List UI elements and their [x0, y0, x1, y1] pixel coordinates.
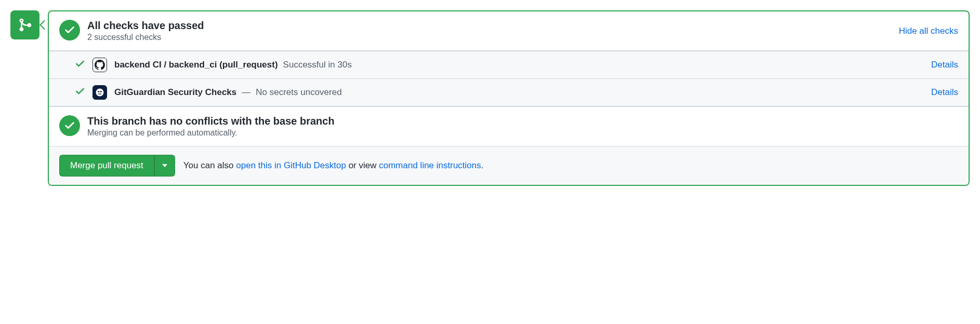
checks-title: All checks have passed	[87, 20, 892, 32]
merge-status-box: All checks have passed 2 successful chec…	[48, 10, 970, 186]
footer-prefix: You can also	[183, 160, 236, 170]
svg-point-0	[96, 89, 104, 97]
caret-down-icon	[162, 164, 167, 167]
check-details-link[interactable]: Details	[931, 60, 958, 70]
footer-middle: or view	[346, 160, 379, 170]
checks-summary-section: All checks have passed 2 successful chec…	[49, 11, 969, 51]
merge-pull-request-button[interactable]: Merge pull request	[59, 155, 154, 177]
merge-footer: Merge pull request You can also open thi…	[49, 146, 969, 185]
command-line-link[interactable]: command line instructions	[379, 160, 481, 170]
github-icon	[92, 58, 107, 72]
open-desktop-link[interactable]: open this in GitHub Desktop	[236, 160, 346, 170]
footer-suffix: .	[481, 160, 484, 170]
check-details-link[interactable]: Details	[931, 87, 958, 98]
check-status: Successful in 30s	[283, 60, 352, 70]
gitguardian-icon	[92, 85, 107, 100]
svg-point-1	[98, 91, 99, 92]
hide-checks-link[interactable]: Hide all checks	[899, 26, 958, 36]
success-check-icon	[59, 115, 80, 136]
success-check-icon	[59, 20, 80, 40]
svg-point-2	[100, 91, 102, 92]
merge-footer-text: You can also open this in GitHub Desktop…	[183, 160, 484, 171]
check-pass-icon	[75, 59, 85, 72]
check-pass-icon	[75, 86, 85, 99]
checks-subtitle: 2 successful checks	[87, 33, 892, 42]
conflicts-section: This branch has no conflicts with the ba…	[49, 106, 969, 146]
check-status: No secrets uncovered	[256, 87, 341, 98]
check-row: GitGuardian Security Checks — No secrets…	[49, 79, 969, 106]
checks-list: backend CI / backend_ci (pull_request) S…	[49, 51, 969, 106]
merge-options-dropdown[interactable]	[154, 155, 175, 177]
merge-timeline-icon	[10, 10, 39, 39]
check-name: GitGuardian Security Checks	[114, 87, 236, 98]
conflicts-title: This branch has no conflicts with the ba…	[87, 115, 958, 127]
check-separator: —	[242, 87, 250, 98]
check-row: backend CI / backend_ci (pull_request) S…	[49, 51, 969, 79]
conflicts-subtitle: Merging can be performed automatically.	[87, 128, 958, 138]
merge-button-group: Merge pull request	[59, 155, 175, 177]
check-name: backend CI / backend_ci (pull_request)	[114, 60, 278, 70]
